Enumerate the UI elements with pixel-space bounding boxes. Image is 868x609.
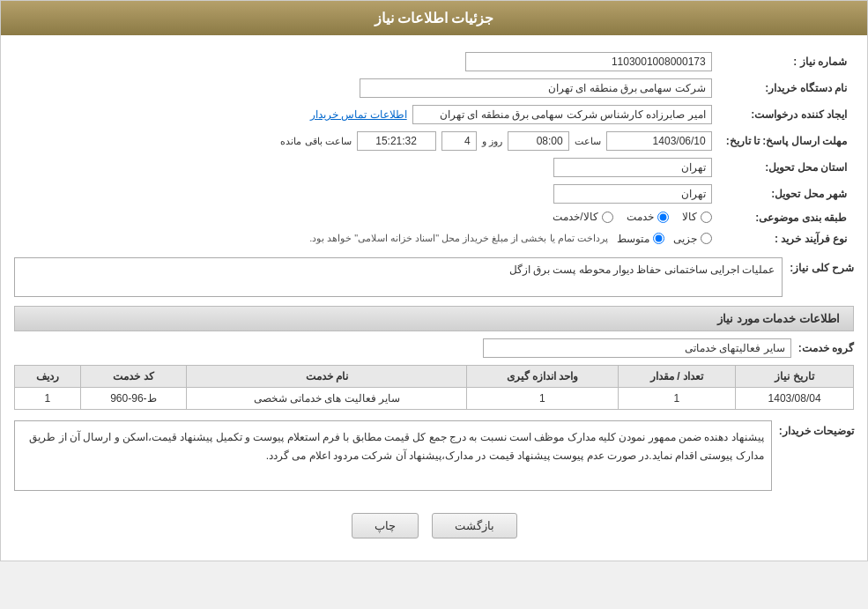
grohe-khadamat-label: گروه خدمت: — [798, 342, 854, 354]
ostan-label: استان محل تحویل: — [719, 154, 854, 181]
tabaqe-label: طبقه بندی موضوعی: — [719, 207, 854, 229]
etelaaat-tamas-link[interactable]: اطلاعات تماس خریدار — [310, 108, 407, 121]
cell-tarikh: 1403/08/04 — [736, 387, 854, 409]
ostan-field: تهران — [553, 158, 712, 177]
shomare-niaz-value: 1103001008000173 — [14, 48, 719, 75]
toshihat-label: توضیحات خریدار: — [779, 420, 854, 437]
ijad-konande-field: امیر صابرزاده کارشناس شرکت سهامی برق منط… — [412, 105, 712, 124]
ostan-value: تهران — [14, 154, 719, 181]
toshihat-field: پیشنهاد دهنده ضمن ممهور نمودن کلیه مدارک… — [14, 420, 772, 491]
ijad-konande-label: ایجاد کننده درخواست: — [719, 101, 854, 128]
button-row: بازگشت چاپ — [14, 504, 854, 547]
cell-radif: 1 — [15, 387, 81, 409]
back-button[interactable]: بازگشت — [432, 513, 517, 538]
table-row: 1403/08/04 1 1 سایر فعالیت های خدماتی شخ… — [15, 387, 854, 409]
col-code: کد خدمت — [80, 365, 186, 387]
noe-farayand-label: نوع فرآیند خرید : — [719, 229, 854, 249]
radio-kala-item: کالا — [682, 211, 712, 223]
sharh-niaz-section: شرح کلی نیاز: عملیات اجرایی ساختمانی حفا… — [14, 257, 854, 297]
ijad-konande-row: ایجاد کننده درخواست: امیر صابرزاده کارشن… — [14, 101, 854, 128]
saat-field: 08:00 — [508, 131, 569, 151]
noe-farayand-row: نوع فرآیند خرید : جزیی متوسط پرداخت تمام… — [14, 229, 854, 249]
ostan-row: استان محل تحویل: تهران — [14, 154, 854, 181]
radio-motevaset-item: متوسط — [617, 233, 664, 245]
radio-kala-khadamat-label: کالا/خدمت — [553, 211, 597, 223]
detail-table-body: 1403/08/04 1 1 سایر فعالیت های خدماتی شخ… — [15, 387, 854, 409]
mohlat-ersal-row: مهلت ارسال پاسخ: تا تاریخ: 1403/06/10 سا… — [14, 128, 854, 154]
noe-farayand-value: جزیی متوسط پرداخت تمام یا بخشی از مبلغ خ… — [14, 229, 719, 249]
cell-tedad: 1 — [618, 387, 736, 409]
nam-dastgah-label: نام دستگاه خریدار: — [719, 75, 854, 101]
saat-label: ساعت — [575, 136, 601, 147]
nam-dastgah-field: شرکت سهامی برق منطقه ای تهران — [360, 78, 712, 98]
detail-table-head: تاریخ نیاز تعداد / مقدار واحد اندازه گیر… — [15, 365, 854, 387]
sharh-niaz-label: شرح کلی نیاز: — [790, 257, 854, 274]
col-tarikh: تاریخ نیاز — [736, 365, 854, 387]
shahr-label: شهر محل تحویل: — [719, 181, 854, 207]
detail-table: تاریخ نیاز تعداد / مقدار واحد اندازه گیر… — [14, 365, 854, 410]
grohe-khadamat-section: گروه خدمت: سایر فعالیتهای خدماتی — [14, 338, 854, 358]
page-header: جزئیات اطلاعات نیاز — [1, 1, 867, 35]
radio-jozii-item: جزیی — [673, 233, 712, 245]
ijad-konande-value: امیر صابرزاده کارشناس شرکت سهامی برق منط… — [14, 101, 719, 128]
nam-dastgah-row: نام دستگاه خریدار: شرکت سهامی برق منطقه … — [14, 75, 854, 101]
col-name: نام خدمت — [187, 365, 467, 387]
col-radif: ردیف — [15, 365, 81, 387]
radio-khadamat-item: خدمت — [627, 211, 669, 223]
grohe-khadamat-field: سایر فعالیتهای خدماتی — [483, 338, 791, 358]
page-title: جزئیات اطلاعات نیاز — [375, 11, 494, 26]
shahr-row: شهر محل تحویل: تهران — [14, 181, 854, 207]
page-container: جزئیات اطلاعات نیاز شماره نیاز : 1103001… — [0, 0, 868, 561]
radio-jozii-label: جزیی — [673, 233, 697, 245]
countdown-field: 15:21:32 — [357, 131, 436, 151]
tabaqe-row: طبقه بندی موضوعی: کالا خدمت — [14, 207, 854, 229]
shomare-niaz-label: شماره نیاز : — [719, 48, 854, 75]
print-button[interactable]: چاپ — [352, 513, 419, 538]
shomare-niaz-field: 1103001008000173 — [465, 52, 712, 71]
rooz-field: 4 — [441, 131, 477, 151]
radio-kala-khadamat-item: کالا/خدمت — [553, 211, 612, 223]
rooz-label: روز و — [482, 136, 502, 147]
radio-kala[interactable] — [701, 212, 712, 223]
mohlat-ersal-value: 1403/06/10 ساعت 08:00 روز و 4 15:21:32 س… — [14, 128, 719, 154]
col-vahed: واحد اندازه گیری — [467, 365, 618, 387]
toshihat-section: توضیحات خریدار: پیشنهاد دهنده ضمن ممهور … — [14, 420, 854, 491]
main-content: شماره نیاز : 1103001008000173 نام دستگاه… — [1, 35, 867, 561]
radio-motevaset[interactable] — [653, 233, 664, 244]
etelaat-khadamat-header: اطلاعات خدمات مورد نیاز — [14, 306, 854, 331]
radio-jozii[interactable] — [701, 233, 712, 244]
tabaqe-radio-group: کالا خدمت کالا/خدمت — [553, 211, 711, 223]
nam-dastgah-value: شرکت سهامی برق منطقه ای تهران — [14, 75, 719, 101]
tabaqe-value: کالا خدمت کالا/خدمت — [14, 207, 719, 229]
shomare-niaz-row: شماره نیاز : 1103001008000173 — [14, 48, 854, 75]
radio-motevaset-label: متوسط — [617, 233, 649, 245]
countdown-label: ساعت باقی مانده — [280, 136, 351, 147]
shahr-field: تهران — [553, 184, 712, 204]
sharh-niaz-field: عملیات اجرایی ساختمانی حفاظ دیوار محوطه … — [14, 257, 783, 297]
radio-khadamat[interactable] — [657, 212, 669, 223]
detail-table-header-row: تاریخ نیاز تعداد / مقدار واحد اندازه گیر… — [15, 365, 854, 387]
radio-kala-khadamat[interactable] — [602, 212, 613, 223]
shahr-value: تهران — [14, 181, 719, 207]
noe-farayand-desc: پرداخت تمام یا بخشی از مبلغ خریداز محل "… — [309, 233, 608, 244]
tarikh-field: 1403/06/10 — [606, 131, 712, 151]
cell-vahed: 1 — [467, 387, 618, 409]
col-tedad: تعداد / مقدار — [618, 365, 736, 387]
radio-khadamat-label: خدمت — [627, 211, 654, 223]
radio-kala-label: کالا — [682, 211, 697, 223]
info-table: شماره نیاز : 1103001008000173 نام دستگاه… — [14, 48, 854, 249]
mohlat-ersal-label: مهلت ارسال پاسخ: تا تاریخ: — [719, 128, 854, 154]
cell-code: ط-96-960 — [80, 387, 186, 409]
cell-name: سایر فعالیت های خدماتی شخصی — [187, 387, 467, 409]
